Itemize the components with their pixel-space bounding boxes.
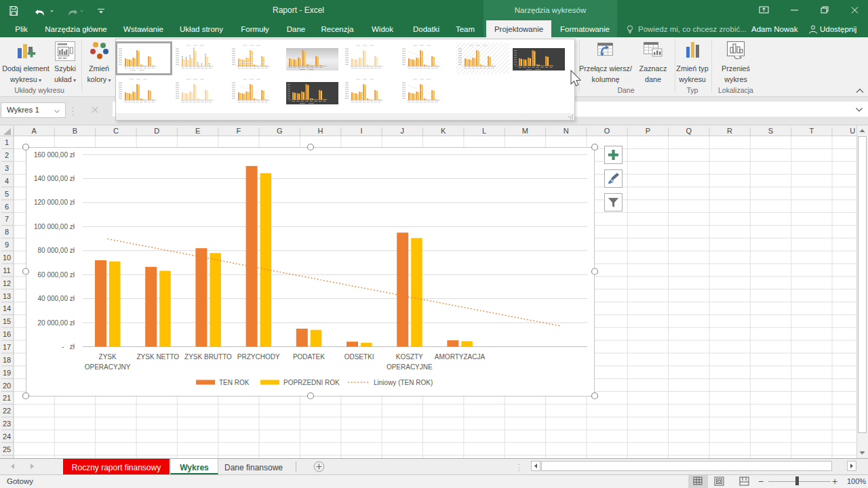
svg-text:24: 24 <box>3 432 11 441</box>
svg-text:11: 11 <box>3 266 10 274</box>
svg-text:TEN ROK: TEN ROK <box>219 379 250 386</box>
svg-text:ODSETKI: ODSETKI <box>344 353 374 361</box>
svg-text:100 000,00 zł: 100 000,00 zł <box>34 223 75 230</box>
svg-text:9: 9 <box>5 241 9 249</box>
svg-text:120 000,00 zł: 120 000,00 zł <box>34 199 75 206</box>
svg-text:140 000,00 zł: 140 000,00 zł <box>34 175 75 182</box>
svg-text:14: 14 <box>3 304 11 312</box>
svg-text:S: S <box>768 127 773 135</box>
svg-text:OPERACYJNE: OPERACYJNE <box>387 363 433 371</box>
svg-text:E: E <box>195 127 200 135</box>
svg-text:20: 20 <box>3 382 11 390</box>
svg-text:Q: Q <box>686 127 692 135</box>
svg-text:8: 8 <box>5 228 9 236</box>
svg-text:6: 6 <box>5 203 9 211</box>
svg-text:T: T <box>809 127 814 135</box>
svg-text:160 000,00 zł: 160 000,00 zł <box>34 151 75 159</box>
svg-text:16: 16 <box>3 330 11 338</box>
svg-text:ZYSK NETTO: ZYSK NETTO <box>136 353 179 361</box>
svg-text:L: L <box>482 127 486 135</box>
svg-text:G: G <box>277 127 283 135</box>
svg-text:5: 5 <box>5 190 9 198</box>
svg-text:PRZYCHODY: PRZYCHODY <box>237 353 280 361</box>
svg-text:C: C <box>113 127 119 135</box>
svg-text:KOSZTY: KOSZTY <box>396 353 423 361</box>
svg-text:2: 2 <box>5 151 9 159</box>
svg-text:18: 18 <box>3 356 11 364</box>
svg-text:K: K <box>441 127 446 135</box>
svg-text:ZYSK: ZYSK <box>99 353 117 361</box>
svg-text:17: 17 <box>3 343 11 351</box>
svg-text:F: F <box>237 127 241 135</box>
svg-text:7: 7 <box>5 215 9 223</box>
svg-text:60 000,00 zł: 60 000,00 zł <box>38 271 75 279</box>
svg-text:10: 10 <box>3 253 11 262</box>
svg-text:OPERACYJNY: OPERACYJNY <box>85 363 131 371</box>
svg-text:AMORTYZACJA: AMORTYZACJA <box>435 353 486 361</box>
svg-text:1: 1 <box>5 138 9 146</box>
svg-text:ZYSK BRUTTO: ZYSK BRUTTO <box>184 353 232 361</box>
svg-text:A: A <box>32 127 37 135</box>
svg-text:21: 21 <box>3 394 11 402</box>
svg-text:4: 4 <box>5 177 9 185</box>
svg-text:POPRZEDNI ROK: POPRZEDNI ROK <box>283 379 340 386</box>
svg-text:12: 12 <box>3 279 11 287</box>
svg-text:40 000,00 zł: 40 000,00 zł <box>38 295 75 302</box>
svg-text:R: R <box>727 127 732 135</box>
svg-text:23: 23 <box>3 420 11 428</box>
svg-text:D: D <box>154 127 159 135</box>
svg-text:U: U <box>850 127 855 135</box>
svg-text:H: H <box>318 127 323 135</box>
svg-text:15: 15 <box>3 317 11 325</box>
svg-text:22: 22 <box>3 407 11 415</box>
svg-text:I: I <box>360 127 362 135</box>
svg-text:19: 19 <box>3 369 11 377</box>
svg-text:PODATEK: PODATEK <box>293 353 325 361</box>
svg-text:- zł: - zł <box>62 343 75 350</box>
svg-text:M: M <box>522 127 528 135</box>
svg-text:J: J <box>401 127 405 135</box>
svg-text:25: 25 <box>3 445 11 453</box>
svg-text:N: N <box>564 127 569 135</box>
svg-text:20 000,00 zł: 20 000,00 zł <box>38 319 75 327</box>
svg-text:3: 3 <box>5 164 9 172</box>
svg-text:P: P <box>646 127 650 135</box>
svg-text:Liniowy (TEN ROK): Liniowy (TEN ROK) <box>374 379 433 386</box>
svg-text:O: O <box>604 127 610 135</box>
svg-text:13: 13 <box>3 292 11 300</box>
svg-text:80 000,00 zł: 80 000,00 zł <box>38 247 75 254</box>
svg-text:B: B <box>73 127 77 135</box>
